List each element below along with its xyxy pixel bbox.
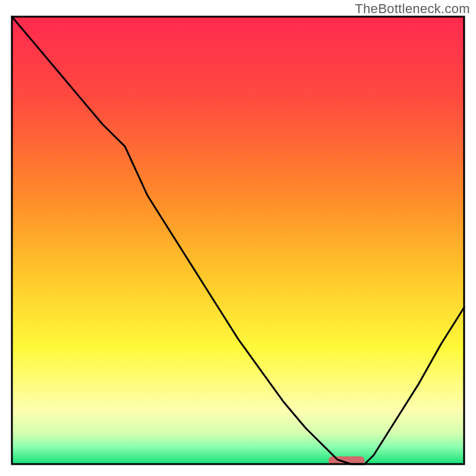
chart-stage: TheBottleneck.com xyxy=(0,0,476,476)
watermark-text: TheBottleneck.com xyxy=(355,1,470,17)
plot-background xyxy=(12,17,464,464)
bottleneck-chart xyxy=(0,0,476,476)
